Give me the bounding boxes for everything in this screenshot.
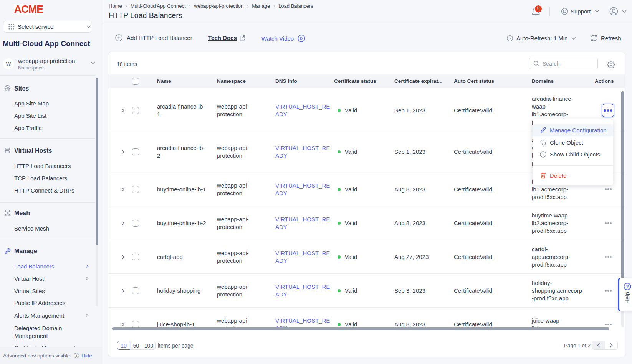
svg-text:?: ? [626, 284, 629, 289]
